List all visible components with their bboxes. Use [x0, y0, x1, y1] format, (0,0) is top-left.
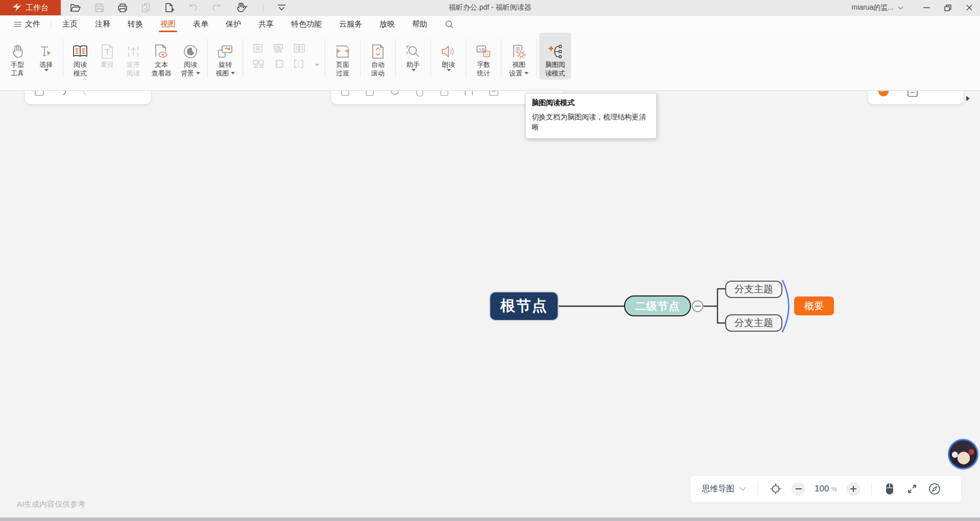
chevron-down-icon [44, 69, 49, 71]
single-page-icon[interactable] [253, 44, 263, 55]
workspace-label: 工作台 [26, 3, 49, 13]
tool-view-settings[interactable]: 视图 设置 [504, 33, 534, 78]
redo-icon[interactable] [211, 2, 222, 13]
tool-reflow[interactable]: 重排 [94, 33, 120, 69]
account-menu[interactable]: miarua的监... [852, 3, 903, 12]
mindmap-branch-node-top[interactable]: 分支主题 [725, 281, 782, 298]
tool-read-aloud[interactable]: 朗读 [434, 33, 463, 71]
mindmap-mode-icon [547, 43, 563, 60]
mindmap-summary-node[interactable]: 概要 [794, 296, 834, 315]
ribbon-toolbar: 手型 工具 选择 阅读 模式 重排 [0, 33, 980, 91]
quick-access-toolbar [70, 2, 287, 13]
save-icon[interactable] [93, 2, 105, 13]
hand-pointer-icon[interactable] [234, 2, 251, 13]
floating-toolbar-left[interactable] [25, 91, 151, 104]
tool-word-count[interactable]: AB 字数 统计 [469, 33, 498, 78]
menu-share[interactable]: 共享 [256, 16, 276, 33]
titlebar-separator [263, 4, 264, 12]
chevron-down-icon [898, 6, 903, 10]
zoom-level: 100 % [815, 484, 837, 494]
tool-assistant[interactable]: 助手 [398, 33, 428, 71]
menu-view[interactable]: 视图 [158, 16, 178, 33]
close-button[interactable] [959, 0, 980, 15]
foxit-logo-icon [12, 3, 22, 13]
zoom-unit: % [831, 486, 837, 493]
titlebar-right: miarua的监... [852, 0, 980, 15]
view-mode-label: 思维导图 [702, 484, 734, 494]
tool-mindmap-mode[interactable]: 脑图阅 读模式 [539, 33, 571, 80]
menu-cloud[interactable]: 云服务 [337, 16, 364, 33]
ribbon-expand-arrow-icon[interactable] [966, 96, 970, 101]
tool-rotate-view[interactable]: 旋转 视图 [210, 33, 240, 78]
view-mode-dropdown[interactable]: 思维导图 [702, 484, 746, 494]
split-view-icon[interactable] [294, 60, 304, 70]
facing-continuous-icon[interactable] [253, 60, 264, 70]
tool-read-background[interactable]: 阅读 背景 [176, 33, 205, 78]
menu-convert[interactable]: 转换 [126, 16, 145, 33]
chevron-down-icon [231, 72, 235, 75]
assistant-avatar[interactable] [948, 439, 978, 469]
undo-icon[interactable] [187, 2, 199, 13]
clipped-icon [489, 91, 499, 98]
tooltip-body: 切换文档为脑图阅读，梳理结构更清晰 [532, 112, 650, 132]
tool-page-transition[interactable]: 页面 过渡 [328, 33, 357, 78]
zoom-out-button[interactable] [792, 482, 805, 496]
read-aloud-icon [441, 43, 456, 60]
ribbon-separator [207, 39, 208, 78]
menu-form[interactable]: 表单 [191, 16, 210, 33]
minimize-button[interactable] [916, 0, 937, 15]
menu-help[interactable]: 帮助 [410, 16, 429, 33]
workspace-button[interactable]: 工作台 [0, 0, 61, 15]
tool-select[interactable]: 选择 [32, 33, 60, 71]
ribbon-separator [466, 39, 466, 78]
tool-reverse-read[interactable]: 逆序 阅读 [120, 33, 147, 78]
tool-hand[interactable]: 手型 工具 [3, 33, 32, 78]
zoom-in-button[interactable] [846, 482, 860, 496]
status-separator [757, 482, 758, 495]
tool-text-viewer[interactable]: 文本 查看器 [147, 33, 176, 78]
restore-button[interactable] [937, 0, 959, 15]
mindmap-branch-node-bottom[interactable]: 分支主题 [725, 314, 782, 332]
floating-toolbar-right[interactable] [868, 91, 963, 104]
menu-features[interactable]: 特色功能 [289, 16, 324, 33]
print-icon[interactable] [117, 2, 128, 13]
menu-file[interactable]: 文件 [12, 16, 42, 33]
collapse-toolbar-icon[interactable] [276, 2, 287, 13]
collapse-node-icon [692, 301, 703, 312]
assistant-icon [406, 43, 420, 60]
text-viewer-icon [155, 43, 168, 60]
clipped-icon [440, 91, 449, 98]
clipped-ai-orb-icon [877, 91, 890, 100]
ribbon-separator [63, 39, 63, 78]
mindmap-root-node[interactable]: 根节点 [490, 292, 558, 320]
mindmap-secondary-node[interactable]: 二级节点 [624, 295, 691, 316]
fullscreen-icon[interactable] [905, 482, 919, 495]
open-file-icon[interactable] [70, 2, 81, 13]
new-doc-icon[interactable] [164, 2, 175, 13]
reflow-icon [101, 43, 113, 60]
search-icon[interactable] [443, 16, 456, 33]
copy-icon[interactable] [140, 2, 152, 13]
menu-protect[interactable]: 保护 [224, 16, 243, 33]
menu-slideshow[interactable]: 放映 [377, 16, 397, 33]
clipped-icon [415, 91, 424, 98]
hand-tool-icon [11, 43, 24, 60]
menu-comment[interactable]: 注释 [93, 16, 112, 33]
tooltip-title: 脑图阅读模式 [532, 98, 650, 108]
facing-icon[interactable] [294, 44, 305, 55]
tool-auto-scroll[interactable]: 自动 滚动 [363, 33, 393, 78]
menubar: 文件 主页 注释 转换 视图 表单 保护 共享 特色功能 云服务 放映 帮助 [0, 15, 980, 33]
tool-read-mode[interactable]: 阅读 模式 [66, 33, 94, 78]
compass-icon[interactable] [928, 482, 941, 495]
chevron-down-icon [412, 69, 416, 71]
locate-icon[interactable] [769, 482, 782, 495]
mouse-mode-icon[interactable] [883, 482, 896, 495]
clipped-icon [907, 91, 918, 100]
menu-home[interactable]: 主页 [60, 16, 80, 33]
chevron-down-icon[interactable] [315, 64, 319, 66]
ribbon-separator [360, 39, 361, 78]
continuous-icon[interactable] [273, 44, 283, 55]
view-settings-icon [512, 43, 525, 60]
chevron-down-icon [196, 72, 200, 75]
cover-page-icon[interactable] [274, 60, 283, 70]
